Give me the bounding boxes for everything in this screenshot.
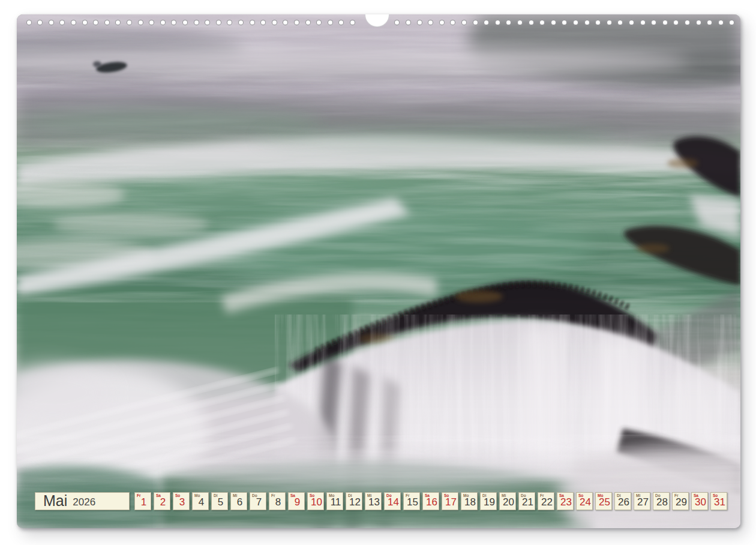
day-number: 5 (212, 496, 227, 508)
binding-hole (216, 20, 221, 25)
day-number: 13 (365, 496, 381, 508)
day-number: 8 (269, 496, 285, 508)
binding-hole (250, 20, 255, 25)
day-number: 22 (538, 496, 554, 508)
binding-hole (272, 20, 277, 25)
binding-hole (238, 20, 244, 25)
day-number: 11 (327, 496, 343, 508)
binding-hole (539, 20, 545, 25)
day-number: 26 (615, 496, 631, 508)
binding-hole (428, 20, 433, 25)
calendar-day-cell: Di26 (614, 492, 631, 510)
day-number: 18 (461, 496, 477, 508)
calendar-day-cell: Mo11 (326, 492, 343, 510)
calendar-day-cell: Di12 (346, 492, 362, 510)
calendar-day-cell: Fr15 (403, 492, 420, 510)
day-number: 9 (289, 496, 304, 508)
day-number: 7 (250, 496, 266, 508)
calendar-day-cell: Do28 (653, 492, 670, 510)
calendar-day-cell: So17 (442, 492, 458, 510)
binding-hole (529, 20, 534, 25)
binding-hole (718, 20, 724, 25)
binding-hole (82, 20, 88, 25)
calendar-day-cell: So24 (576, 492, 593, 510)
day-number: 27 (634, 496, 650, 508)
calendar-strip: Mai 2026 Fr1Sa2So3Mo4Di5Mi6Do7Fr8Sa9So10… (35, 492, 727, 510)
binding-hole (617, 20, 623, 25)
seascape-photo (17, 14, 740, 528)
binding-hole (26, 20, 32, 25)
day-number: 17 (442, 496, 458, 508)
binding-hole (93, 20, 98, 25)
binding-hole (473, 20, 478, 25)
binding-hole (104, 20, 110, 25)
month-label-box: Mai 2026 (35, 492, 130, 510)
month-name: Mai (43, 493, 67, 508)
calendar-day-cell: Mi27 (634, 492, 650, 510)
binding-hole (127, 20, 132, 25)
calendar-day-cell: Fr1 (134, 492, 151, 510)
binding-hole (685, 20, 690, 25)
calendar-sheet: Mai 2026 Fr1Sa2So3Mo4Di5Mi6Do7Fr8Sa9So10… (17, 14, 740, 528)
binding-hole (707, 20, 712, 25)
calendar-day-cell: Do14 (384, 492, 401, 510)
binding-hole (640, 20, 646, 25)
binding-hole (194, 20, 199, 25)
day-number: 4 (193, 496, 208, 508)
binding-hole (696, 20, 701, 25)
calendar-day-cell: Sa2 (154, 492, 170, 510)
calendar-day-cell: Mo25 (595, 492, 612, 510)
day-number: 30 (692, 496, 707, 508)
binding-hole (484, 20, 489, 25)
binding-hole (629, 20, 634, 25)
day-number: 29 (673, 496, 688, 508)
binding-hole (182, 20, 188, 25)
calendar-day-cell: Mo4 (192, 492, 209, 510)
binding-hole (160, 20, 166, 25)
calendar-day-cell: Fr29 (672, 492, 689, 510)
binding-hole (59, 20, 65, 25)
calendar-day-cell: So10 (307, 492, 324, 510)
calendar-product-shot: Mai 2026 Fr1Sa2So3Mo4Di5Mi6Do7Fr8Sa9So10… (0, 0, 756, 545)
binding-hole (673, 20, 679, 25)
calendar-day-cell: Di19 (480, 492, 497, 510)
binding-hole (294, 20, 299, 25)
day-number: 16 (423, 496, 439, 508)
binding-hole (316, 20, 322, 25)
binding-hole (417, 20, 422, 25)
binding-hole (394, 20, 400, 25)
binding-hole (260, 20, 266, 25)
binding-hole (607, 20, 612, 25)
day-number: 2 (154, 496, 170, 508)
binding-hole (227, 20, 232, 25)
binding-hole (49, 20, 54, 25)
day-number: 1 (135, 496, 151, 508)
calendar-day-cell: Sa16 (422, 492, 439, 510)
day-number: 14 (385, 496, 400, 508)
day-number: 23 (557, 496, 573, 508)
binding-hole (461, 20, 467, 25)
year-label: 2026 (73, 497, 95, 508)
calendar-day-cell: So31 (710, 492, 727, 510)
binding-hole (328, 20, 333, 25)
binding-hole (584, 20, 590, 25)
binding-hole (450, 20, 455, 25)
binding-hole (729, 20, 734, 25)
binding-hole (71, 20, 76, 25)
binding-hole (573, 20, 578, 25)
calendar-day-cell: Fr22 (538, 492, 554, 510)
calendar-day-cell: Do7 (250, 492, 266, 510)
day-number: 6 (231, 496, 247, 508)
binding-hole (662, 20, 668, 25)
binding-hole (406, 20, 411, 25)
day-number: 12 (346, 496, 362, 508)
calendar-day-cell: Do21 (518, 492, 535, 510)
calendar-day-cell: Mi6 (230, 492, 247, 510)
binding-hole (439, 20, 445, 25)
calendar-day-cell: Mo18 (461, 492, 478, 510)
binding-hole (595, 20, 601, 25)
calendar-day-cell: Sa30 (691, 492, 708, 510)
binding-hole (138, 20, 143, 25)
binding-hole (149, 20, 154, 25)
binding-hole (115, 20, 121, 25)
